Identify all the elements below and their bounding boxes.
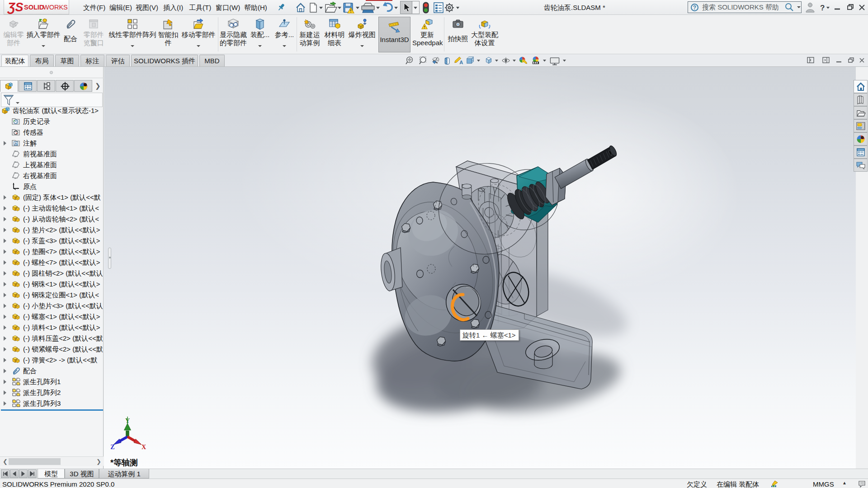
svg-text:?: ?	[820, 4, 825, 12]
svg-text:WORKS: WORKS	[43, 4, 68, 11]
svg-text:Z: Z	[110, 444, 114, 450]
svg-text:X: X	[142, 444, 146, 450]
svg-text:ƷS: ƷS	[7, 0, 24, 14]
svg-text:A: A	[14, 141, 17, 146]
svg-text:SOLID: SOLID	[24, 4, 44, 11]
svg-text:A: A	[459, 60, 463, 65]
